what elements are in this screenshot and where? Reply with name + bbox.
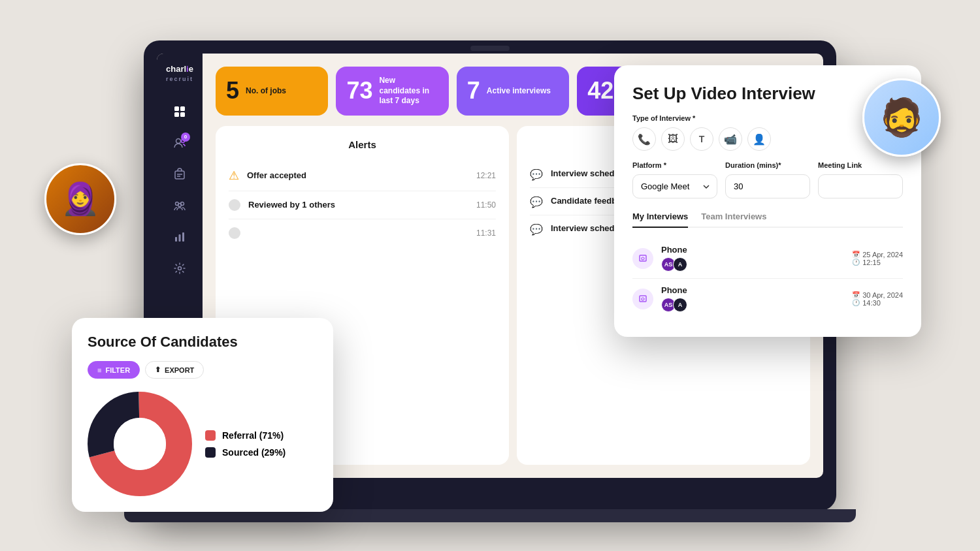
filter-label: FILTER <box>105 366 130 374</box>
source-title: Source Of Candidates <box>88 334 318 351</box>
meeting-link-label: Meeting Link <box>818 161 903 169</box>
candidate-avatar-right: 🧔 <box>862 78 941 157</box>
interview-item-1: Phone AS A 📅 25 Apr, 2024 🕐 12:15 <box>632 238 903 279</box>
chart-legend: Referral (71%) Sourced (29%) <box>205 430 286 458</box>
chart-area: Referral (71%) Sourced (29%) <box>88 392 318 496</box>
time-text-1: 12:15 <box>862 259 881 266</box>
clock-icon-1: 🕐 <box>852 259 860 266</box>
stat-avg-number: 42 <box>587 79 613 102</box>
interview-type-1: Phone AS A <box>661 245 844 272</box>
alert-text-2: Reviewed by 1 others <box>248 200 468 210</box>
interview-tabs: My Interviews Team Interviews <box>632 212 903 228</box>
calendar-icon-1: 📅 <box>852 251 860 258</box>
date-text-1: 25 Apr, 2024 <box>862 251 903 259</box>
svg-point-15 <box>178 266 182 270</box>
svg-point-11 <box>178 203 182 206</box>
info-icon-3 <box>229 227 240 239</box>
stat-interviews-number: 7 <box>467 79 480 102</box>
tab-my-interviews[interactable]: My Interviews <box>632 212 688 228</box>
svg-rect-6 <box>175 171 184 179</box>
alert-item-2: Reviewed by 1 others 11:50 <box>229 191 496 219</box>
alert-item-1: ⚠ Offer accepted 12:21 <box>229 161 496 191</box>
svg-rect-3 <box>180 112 185 117</box>
meeting-link-field: Meeting Link <box>818 161 903 198</box>
type-person-icon[interactable]: 👤 <box>747 127 771 151</box>
svg-rect-14 <box>182 232 184 242</box>
svg-rect-13 <box>179 234 181 242</box>
type-icons: 📞 🖼 T 📹 👤 <box>632 127 903 151</box>
type-image-icon[interactable]: 🖼 <box>661 127 685 151</box>
interview-date-2: 📅 30 Apr, 2024 🕐 14:30 <box>852 291 903 307</box>
pie-chart <box>88 392 192 496</box>
tab-team-interviews[interactable]: Team Interviews <box>701 212 766 227</box>
logo-text: charlie recruit <box>166 64 193 83</box>
referral-label: Referral (71%) <box>222 430 284 441</box>
type-text-icon[interactable]: T <box>690 127 713 151</box>
sidebar-item-jobs[interactable] <box>167 161 193 187</box>
source-of-candidates-panel: Source Of Candidates ≡ FILTER ⬆ EXPORT R… <box>72 318 333 512</box>
interview-icon-2 <box>632 289 653 309</box>
filter-button[interactable]: ≡ FILTER <box>88 361 140 379</box>
calendar-icon-2: 📅 <box>852 291 860 298</box>
duration-input[interactable]: 30 <box>725 174 810 198</box>
avatar-a-1: A <box>673 257 687 272</box>
chat-icon-1: 💬 <box>530 168 543 181</box>
alerts-title: Alerts <box>229 139 496 150</box>
platform-label: Platform * <box>632 161 717 169</box>
type-phone-icon[interactable]: 📞 <box>632 127 656 151</box>
legend-sourced: Sourced (29%) <box>205 447 286 458</box>
chat-icon-2: 💬 <box>530 196 543 208</box>
stat-jobs: 5 No. of jobs <box>216 67 328 116</box>
candidates-badge: 0 <box>181 133 190 142</box>
stat-jobs-number: 5 <box>226 79 239 102</box>
candidate-face-left: 🧕 <box>46 165 114 233</box>
interview-item-2: Phone AS A 📅 30 Apr, 2024 🕐 14:30 <box>632 279 903 319</box>
svg-point-18 <box>114 418 166 470</box>
alert-time-2: 11:50 <box>476 200 496 210</box>
stat-jobs-label: No. of jobs <box>246 86 286 97</box>
sourced-dot <box>205 447 216 458</box>
stat-interviews: 7 Active interviews <box>457 67 569 116</box>
duration-field: Duration (mins)* 30 <box>725 161 810 198</box>
interview-type-2: Phone AS A <box>661 285 844 312</box>
source-controls: ≡ FILTER ⬆ EXPORT <box>88 361 318 379</box>
avatar-a-2: A <box>673 298 687 312</box>
laptop-notch <box>470 46 510 51</box>
export-label: EXPORT <box>165 366 194 374</box>
export-icon: ⬆ <box>155 366 161 374</box>
interview-avatars-1: AS A <box>661 257 844 272</box>
alert-item-3: 11:31 <box>229 219 496 247</box>
stat-candidates-number: 73 <box>346 79 372 102</box>
candidate-face-right: 🧔 <box>864 80 939 155</box>
meeting-link-input[interactable] <box>818 174 903 198</box>
chat-icon-3: 💬 <box>530 223 543 236</box>
export-button[interactable]: ⬆ EXPORT <box>145 361 204 379</box>
sidebar-item-dashboard[interactable] <box>167 99 193 125</box>
alert-time-1: 12:21 <box>476 171 496 180</box>
sidebar-item-settings[interactable] <box>167 255 193 281</box>
platform-select[interactable]: Google Meet Zoom Teams Skype <box>632 174 717 198</box>
interview-date-1: 📅 25 Apr, 2024 🕐 12:15 <box>852 251 903 266</box>
svg-rect-12 <box>175 237 177 242</box>
date-text-2: 30 Apr, 2024 <box>862 291 903 299</box>
svg-rect-0 <box>174 106 179 111</box>
video-interview-title: Set Up Video Interview <box>632 84 903 104</box>
filter-icon: ≡ <box>97 366 101 374</box>
svg-point-4 <box>176 138 181 143</box>
svg-rect-2 <box>174 112 179 117</box>
platform-field: Platform * Google Meet Zoom Teams Skype <box>632 161 717 198</box>
interview-avatars-2: AS A <box>661 298 844 312</box>
alert-text-1: Offer accepted <box>247 170 468 180</box>
type-video-icon[interactable]: 📹 <box>719 127 742 151</box>
interview-icon-1 <box>632 248 653 269</box>
form-row: Platform * Google Meet Zoom Teams Skype … <box>632 161 903 198</box>
sidebar-item-reports[interactable] <box>167 224 193 250</box>
candidate-avatar-left: 🧕 <box>44 163 116 235</box>
stat-candidates-label: New candidates in last 7 days <box>379 76 438 106</box>
sidebar-item-team[interactable] <box>167 193 193 219</box>
sidebar-item-candidates[interactable]: 0 <box>167 130 193 156</box>
logo: charlie recruit <box>166 64 193 83</box>
warning-icon: ⚠ <box>229 168 239 183</box>
stat-interviews-label: Active interviews <box>487 86 551 97</box>
time-text-2: 14:30 <box>862 299 881 307</box>
